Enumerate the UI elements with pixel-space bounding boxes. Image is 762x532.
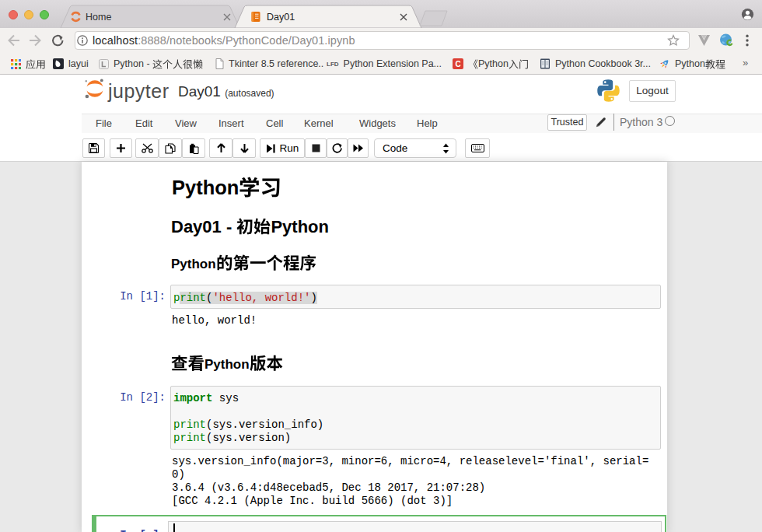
svg-text:C: C [455, 60, 460, 68]
